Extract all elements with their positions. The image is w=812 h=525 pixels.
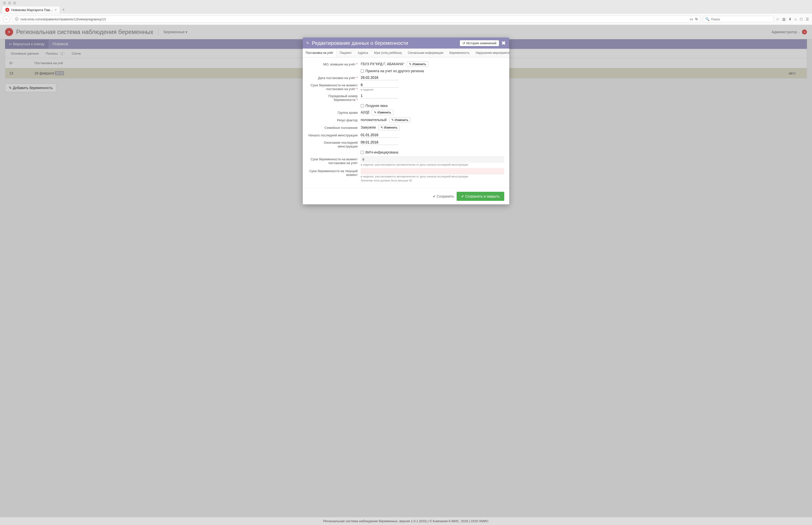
home-icon[interactable]: ⌂ bbox=[795, 17, 797, 21]
modal-tab-registration[interactable]: Постановка на учёт bbox=[303, 48, 337, 57]
history-label: История изменений bbox=[466, 41, 496, 45]
tab-title: Новикова Маргарита Пав... bbox=[11, 8, 53, 12]
rh-value: положительный bbox=[361, 118, 387, 122]
url-text: rsnb.kmis.ru/rsnb/patients/#/patients/13… bbox=[20, 17, 688, 21]
modal-overlay: ✎ Редактирование данных о беременности ↺… bbox=[0, 25, 812, 522]
modal-tab-addresses[interactable]: Адреса bbox=[354, 48, 371, 57]
history-button[interactable]: ↺ История изменений bbox=[460, 40, 499, 46]
menst-start-input[interactable] bbox=[361, 132, 398, 138]
term-reg2-label: Срок беременности на момент постановки н… bbox=[308, 156, 361, 165]
term-now-label: Срок беременности на текущий момент bbox=[308, 168, 361, 177]
late-checkbox[interactable] bbox=[361, 104, 364, 107]
blood-value: A(II)β bbox=[361, 110, 369, 114]
favicon-icon: ✦ bbox=[5, 8, 9, 12]
term-now-readonly bbox=[361, 168, 504, 175]
org-change-button[interactable]: ✎ Изменить bbox=[407, 61, 428, 67]
change-label: Изменить bbox=[384, 126, 397, 129]
preg-num-label: Порядковый номер беременности bbox=[308, 93, 361, 102]
org-value: ГБУЗ РХ"КРД Г. АБАКАНА" bbox=[361, 62, 404, 66]
blood-label: Группа крови bbox=[308, 110, 361, 115]
term-reg-label: Срок беременности на момент постановки н… bbox=[308, 82, 361, 91]
reload-icon[interactable]: ↻ bbox=[695, 17, 698, 21]
marital-label: Семейное положение bbox=[308, 125, 361, 130]
reg-date-label: Дата постановки на учёт bbox=[308, 75, 361, 80]
save-label: Сохранить bbox=[436, 194, 454, 198]
weeks-help: в неделях bbox=[361, 88, 504, 91]
rh-label: Резус-фактор bbox=[308, 117, 361, 122]
modal-tab-patient[interactable]: Пациент bbox=[337, 48, 355, 57]
menu-icon[interactable]: ☰ bbox=[806, 17, 809, 21]
traffic-light-min[interactable] bbox=[8, 1, 11, 4]
blood-change-button[interactable]: ✎ Изменить bbox=[372, 110, 393, 115]
url-bar[interactable]: ⓘ rsnb.kmis.ru/rsnb/patients/#/patients/… bbox=[13, 16, 700, 22]
info-icon[interactable]: ⓘ bbox=[15, 17, 18, 21]
check-icon: ✔ bbox=[433, 194, 436, 198]
bookmark-icon[interactable]: ☆ bbox=[776, 17, 779, 21]
search-input[interactable] bbox=[711, 17, 771, 21]
change-label: Изменить bbox=[412, 62, 426, 66]
library-icon[interactable]: ▥ bbox=[782, 17, 785, 21]
traffic-light-max[interactable] bbox=[13, 1, 16, 4]
modal-title: Редактирование данных о беременности bbox=[312, 40, 458, 46]
browser-tab[interactable]: ✦ Новикова Маргарита Пав... × bbox=[2, 6, 60, 13]
tab-close-icon[interactable]: × bbox=[55, 8, 57, 12]
org-label: МО, взявшее на учёт bbox=[308, 61, 361, 66]
change-label: Изменить bbox=[378, 111, 391, 114]
menst-start-label: Начало последней менструации bbox=[308, 132, 361, 137]
search-icon: 🔍 bbox=[705, 17, 710, 21]
save-close-label: Сохранить и закрыть bbox=[465, 194, 500, 198]
hiv-label: ВИЧ-инфицирована bbox=[365, 150, 398, 154]
pocket-icon[interactable]: ⬡ bbox=[800, 17, 803, 21]
back-button[interactable]: ← bbox=[3, 16, 10, 22]
term-now-error: Значение поля должно быть меньше 42 bbox=[361, 179, 504, 182]
menst-end-label: Окончание последней менструации bbox=[308, 140, 361, 148]
page-footer: Региональная система наблюдения беременн… bbox=[0, 517, 812, 522]
download-icon[interactable]: ⬇ bbox=[788, 17, 792, 21]
save-close-button[interactable]: ✔ Сохранить и закрыть bbox=[456, 192, 504, 201]
term-reg2-readonly: 8 bbox=[361, 156, 504, 163]
edit-pregnancy-modal: ✎ Редактирование данных о беременности ↺… bbox=[303, 38, 509, 204]
window-controls bbox=[0, 0, 812, 6]
auto-help-1: в неделях, рассчитывается автоматически … bbox=[361, 163, 504, 166]
other-region-checkbox[interactable] bbox=[361, 70, 364, 73]
late-label: Поздняя явка bbox=[365, 104, 388, 108]
hiv-checkbox[interactable] bbox=[361, 151, 364, 154]
check-icon: ✔ bbox=[461, 194, 464, 198]
search-bar[interactable]: 🔍 bbox=[703, 16, 773, 22]
history-icon: ↺ bbox=[462, 41, 465, 45]
close-icon[interactable]: ✖ bbox=[502, 40, 506, 46]
save-button[interactable]: ✔ Сохранить bbox=[433, 192, 454, 201]
preg-num-input[interactable] bbox=[361, 93, 398, 99]
modal-tab-pregnancy[interactable]: Беременность bbox=[446, 48, 473, 57]
rh-change-button[interactable]: ✎ Изменить bbox=[389, 117, 410, 123]
change-label: Изменить bbox=[395, 118, 408, 122]
modal-tab-signal[interactable]: Сигнальная информация bbox=[405, 48, 446, 57]
modal-tab-violations[interactable]: Нарушения мероприятий bbox=[473, 48, 509, 57]
menst-end-input[interactable] bbox=[361, 140, 398, 145]
reg-date-input[interactable] bbox=[361, 75, 398, 80]
modal-tabs: Постановка на учёт Пациент Адреса Муж (о… bbox=[303, 48, 509, 57]
marital-value: Замужем bbox=[361, 125, 376, 129]
pencil-icon: ✎ bbox=[306, 41, 309, 45]
reader-icon[interactable]: ▭ bbox=[690, 17, 693, 21]
term-reg-input[interactable] bbox=[361, 82, 398, 88]
other-region-label: Принята на учет из другого региона bbox=[365, 69, 424, 73]
marital-change-button[interactable]: ✎ Изменить bbox=[378, 125, 400, 130]
modal-tab-husband[interactable]: Муж (отец ребёнка) bbox=[371, 48, 405, 57]
auto-help-2: в неделях, рассчитывается автоматически … bbox=[361, 175, 504, 178]
traffic-light-close[interactable] bbox=[3, 1, 6, 4]
new-tab-button[interactable]: + bbox=[60, 6, 67, 13]
